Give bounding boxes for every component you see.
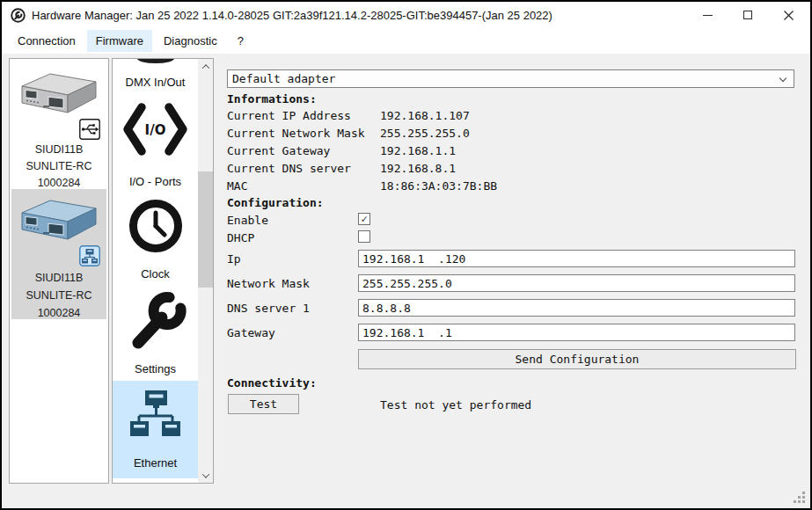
device-label: SIUDI11B SUNLITE-RC 1000284 (11, 269, 106, 322)
device-name-line: SUNLITE-RC (11, 158, 106, 175)
title-bar: Hardware Manager: Jan 25 2022 1.14.0-280… (2, 2, 810, 28)
scroll-up-icon[interactable] (198, 59, 213, 74)
info-value: 192.168.1.107 (380, 109, 470, 122)
menu-bar: Connection Firmware Diagnostic ? (2, 28, 810, 54)
maximize-button[interactable] (728, 2, 768, 28)
feature-ethernet-label: Ethernet (113, 456, 198, 470)
feature-io-ports[interactable]: I/O - Ports (113, 175, 198, 188)
adapter-select[interactable]: Default adapter (227, 69, 794, 88)
ethernet-network-icon (128, 389, 182, 441)
window-controls (687, 2, 808, 28)
configuration-heading: Configuration: (227, 196, 324, 209)
chevron-down-icon (779, 75, 786, 82)
network-mask-input[interactable] (358, 274, 795, 292)
info-label: Current IP Address (227, 109, 351, 122)
feature-dmx-inout[interactable]: DMX In/Out (113, 76, 198, 89)
feature-list: DMX In/Out I/O I/O - Ports Clock Setting… (113, 59, 198, 483)
device-image-blue (17, 195, 101, 244)
menu-diagnostic[interactable]: Diagnostic (155, 30, 226, 52)
device-name-line: SUNLITE-RC (11, 287, 106, 304)
scrollbar-thumb[interactable] (198, 171, 213, 288)
maximize-icon (743, 11, 752, 19)
network-mask-label: Network Mask (227, 277, 310, 290)
minimize-icon (703, 15, 713, 16)
adapter-select-value: Default adapter (232, 72, 335, 85)
close-button[interactable] (768, 2, 808, 28)
info-value: 192.168.1.1 (380, 144, 456, 157)
partial-scrolled-icon (137, 59, 174, 63)
enable-checkbox[interactable]: ✓ (358, 213, 370, 225)
close-icon (783, 10, 794, 21)
menu-firmware[interactable]: Firmware (87, 30, 152, 52)
device-list-panel: SIUDI11B SUNLITE-RC 1000284 (9, 58, 109, 484)
minimize-button[interactable] (687, 2, 728, 28)
ip-input[interactable] (358, 250, 795, 267)
gateway-label: Gateway (227, 326, 275, 339)
test-status-text: Test not yet performed (380, 398, 531, 412)
ip-label: Ip (227, 252, 241, 266)
hardware-manager-window: Hardware Manager: Jan 25 2022 1.14.0-280… (0, 0, 812, 510)
ethernet-badge-icon (79, 245, 100, 266)
scroll-down-icon[interactable] (198, 468, 213, 483)
feature-list-panel: DMX In/Out I/O I/O - Ports Clock Setting… (112, 58, 214, 484)
feature-settings[interactable]: Settings (113, 362, 198, 375)
ethernet-settings-panel: Default adapter Informations: Current IP… (227, 58, 795, 471)
connectivity-heading: Connectivity: (227, 376, 317, 390)
usb-badge-icon (79, 119, 100, 140)
informations-heading: Informations: (227, 92, 317, 106)
info-value: 192.168.8.1 (380, 162, 456, 175)
menu-help[interactable]: ? (229, 30, 252, 52)
feature-scrollbar[interactable] (198, 59, 213, 483)
device-name-line: 1000284 (11, 304, 106, 322)
svg-text:I/O: I/O (145, 122, 166, 138)
device-item-ethernet-selected[interactable]: SIUDI11B SUNLITE-RC 1000284 (11, 189, 106, 319)
device-label: SIUDI11B SUNLITE-RC 1000284 (11, 142, 106, 192)
test-button[interactable]: Test (228, 394, 299, 414)
info-label: Current Network Mask (227, 127, 365, 140)
info-value: 255.255.255.0 (380, 127, 470, 140)
io-ports-icon[interactable]: I/O (122, 100, 188, 160)
window-title: Hardware Manager: Jan 25 2022 1.14.0-280… (32, 9, 552, 22)
dns-server-label: DNS server 1 (227, 302, 310, 315)
device-name-line: SIUDI11B (11, 269, 106, 287)
enable-label: Enable (227, 214, 268, 227)
dhcp-label: DHCP (227, 231, 254, 244)
feature-ethernet-selected[interactable]: Ethernet (113, 381, 198, 478)
info-label: MAC (227, 179, 247, 193)
info-label: Current Gateway (227, 144, 330, 157)
menu-connection[interactable]: Connection (9, 30, 84, 52)
info-value: 18:86:3A:03:7B:BB (380, 179, 497, 193)
dhcp-checkbox[interactable] (358, 230, 370, 243)
info-label: Current DNS server (227, 162, 351, 175)
feature-clock[interactable]: Clock (113, 267, 198, 280)
app-wrench-icon (11, 8, 26, 23)
device-name-line: SIUDI11B (11, 142, 106, 158)
checkmark-icon: ✓ (361, 213, 367, 225)
gateway-input[interactable] (358, 324, 795, 341)
dns-server-input[interactable] (358, 299, 795, 317)
clock-icon[interactable] (128, 198, 184, 254)
device-item-usb[interactable]: SIUDI11B SUNLITE-RC 1000284 (11, 62, 106, 187)
settings-wrench-icon[interactable] (125, 290, 187, 352)
send-configuration-button[interactable]: Send Configuration (358, 349, 796, 369)
device-image-gray (17, 69, 101, 118)
